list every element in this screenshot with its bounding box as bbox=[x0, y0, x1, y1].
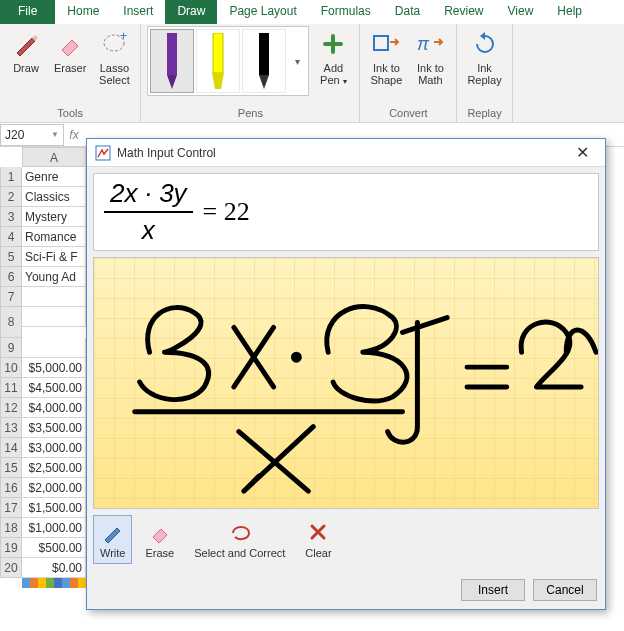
cell[interactable]: $3,000.00 bbox=[22, 438, 86, 458]
tab-insert[interactable]: Insert bbox=[111, 0, 165, 24]
pencil-icon bbox=[10, 28, 42, 60]
equation-preview: 2x · 3y x = 22 bbox=[93, 173, 599, 251]
cell[interactable]: $5,000.00 bbox=[22, 358, 86, 378]
cancel-button[interactable]: Cancel bbox=[533, 579, 597, 601]
chevron-down-icon: ▾ bbox=[295, 56, 300, 67]
cell[interactable]: $2,000.00 bbox=[22, 478, 86, 498]
add-pen-button[interactable]: AddPen ▾ bbox=[313, 26, 353, 89]
row-header[interactable]: 8 bbox=[0, 307, 22, 338]
tab-file[interactable]: File bbox=[0, 0, 55, 24]
lasso-correct-icon bbox=[228, 520, 252, 544]
clear-icon bbox=[306, 520, 330, 544]
close-button[interactable]: ✕ bbox=[567, 143, 597, 162]
cell[interactable] bbox=[22, 307, 86, 327]
row-header[interactable]: 2 bbox=[0, 187, 22, 207]
pen-gallery-dropdown[interactable]: ▾ bbox=[288, 56, 306, 67]
row-header[interactable]: 7 bbox=[0, 287, 22, 307]
ink-replay-button[interactable]: InkReplay bbox=[463, 26, 505, 88]
row-header[interactable]: 5 bbox=[0, 247, 22, 267]
tab-draw[interactable]: Draw bbox=[165, 0, 217, 24]
cell[interactable]: Classics bbox=[22, 187, 86, 207]
group-label-pens: Pens bbox=[238, 105, 263, 122]
group-replay: InkReplay Replay bbox=[457, 24, 512, 122]
row-header[interactable]: 1 bbox=[0, 167, 22, 187]
pencil-icon bbox=[101, 520, 125, 544]
lasso-icon: + bbox=[98, 28, 130, 60]
tab-data[interactable]: Data bbox=[383, 0, 432, 24]
svg-text:+: + bbox=[120, 30, 127, 43]
cell[interactable]: Mystery bbox=[22, 207, 86, 227]
pen-gallery[interactable]: ▾ bbox=[147, 26, 309, 96]
eraser-icon bbox=[148, 520, 172, 544]
highlighter-yellow[interactable] bbox=[196, 29, 240, 93]
cell[interactable]: $1,500.00 bbox=[22, 498, 86, 518]
cell[interactable]: $500.00 bbox=[22, 538, 86, 558]
eraser-button[interactable]: Eraser bbox=[50, 26, 90, 76]
ink-canvas[interactable] bbox=[93, 257, 599, 509]
row-header[interactable]: 6 bbox=[0, 267, 22, 287]
tab-help[interactable]: Help bbox=[545, 0, 594, 24]
row-header[interactable]: 18 bbox=[0, 518, 22, 538]
cell[interactable]: $1,000.00 bbox=[22, 518, 86, 538]
group-label-convert: Convert bbox=[389, 105, 428, 122]
insert-button[interactable]: Insert bbox=[461, 579, 525, 601]
ink-to-math-button[interactable]: π Ink toMath bbox=[410, 26, 450, 88]
write-tool[interactable]: Write bbox=[93, 515, 132, 564]
close-icon: ✕ bbox=[576, 144, 589, 161]
svg-point-12 bbox=[293, 354, 299, 360]
svg-rect-8 bbox=[374, 36, 388, 50]
group-label-replay: Replay bbox=[467, 105, 501, 122]
row-header[interactable]: 4 bbox=[0, 227, 22, 247]
svg-rect-4 bbox=[213, 33, 223, 73]
ribbon-tabs: File Home Insert Draw Page Layout Formul… bbox=[0, 0, 624, 24]
erase-tool[interactable]: Erase bbox=[138, 515, 181, 564]
tab-home[interactable]: Home bbox=[55, 0, 111, 24]
cell[interactable]: Young Ad bbox=[22, 267, 86, 287]
row-header[interactable]: 9 bbox=[0, 338, 22, 358]
lasso-select-button[interactable]: + LassoSelect bbox=[94, 26, 134, 88]
dialog-toolbar: Write Erase Select and Correct Clear bbox=[87, 509, 605, 564]
cell[interactable] bbox=[22, 338, 86, 358]
cell[interactable] bbox=[22, 287, 86, 307]
group-tools: Draw Eraser + LassoSelect Tools bbox=[0, 24, 141, 122]
ink-to-shape-button[interactable]: Ink toShape bbox=[366, 26, 406, 88]
cell[interactable]: $2,500.00 bbox=[22, 458, 86, 478]
row-header[interactable]: 15 bbox=[0, 458, 22, 478]
select-correct-tool[interactable]: Select and Correct bbox=[187, 515, 292, 564]
name-box[interactable]: J20 ▼ bbox=[0, 124, 64, 146]
row-header[interactable]: 17 bbox=[0, 498, 22, 518]
tab-formulas[interactable]: Formulas bbox=[309, 0, 383, 24]
cell[interactable]: $4,000.00 bbox=[22, 398, 86, 418]
svg-text:π: π bbox=[417, 34, 430, 54]
draw-button[interactable]: Draw bbox=[6, 26, 46, 76]
row-header[interactable]: 3 bbox=[0, 207, 22, 227]
cell[interactable]: $0.00 bbox=[22, 558, 86, 578]
row-header[interactable]: 13 bbox=[0, 418, 22, 438]
row-header[interactable]: 19 bbox=[0, 538, 22, 558]
tab-page-layout[interactable]: Page Layout bbox=[217, 0, 308, 24]
math-input-icon bbox=[95, 145, 111, 161]
row-header[interactable]: 12 bbox=[0, 398, 22, 418]
tab-review[interactable]: Review bbox=[432, 0, 495, 24]
cell[interactable]: Romance bbox=[22, 227, 86, 247]
fx-icon[interactable]: fx bbox=[64, 128, 84, 142]
row-header[interactable]: 14 bbox=[0, 438, 22, 458]
pen-purple[interactable] bbox=[150, 29, 194, 93]
group-convert: Ink toShape π Ink toMath Convert bbox=[360, 24, 457, 122]
dialog-titlebar[interactable]: Math Input Control ✕ bbox=[87, 139, 605, 167]
row-header[interactable]: 20 bbox=[0, 558, 22, 578]
replay-icon bbox=[469, 28, 501, 60]
tab-view[interactable]: View bbox=[496, 0, 546, 24]
svg-rect-2 bbox=[167, 33, 177, 75]
row-header[interactable]: 11 bbox=[0, 378, 22, 398]
col-header-A[interactable]: A bbox=[22, 147, 86, 167]
eq-denominator: x bbox=[142, 213, 155, 246]
clear-tool[interactable]: Clear bbox=[298, 515, 338, 564]
cell[interactable]: Genre bbox=[22, 167, 86, 187]
row-header[interactable]: 10 bbox=[0, 358, 22, 378]
row-header[interactable]: 16 bbox=[0, 478, 22, 498]
pen-black[interactable] bbox=[242, 29, 286, 93]
cell[interactable]: $3,500.00 bbox=[22, 418, 86, 438]
cell[interactable]: Sci-Fi & F bbox=[22, 247, 86, 267]
cell[interactable]: $4,500.00 bbox=[22, 378, 86, 398]
